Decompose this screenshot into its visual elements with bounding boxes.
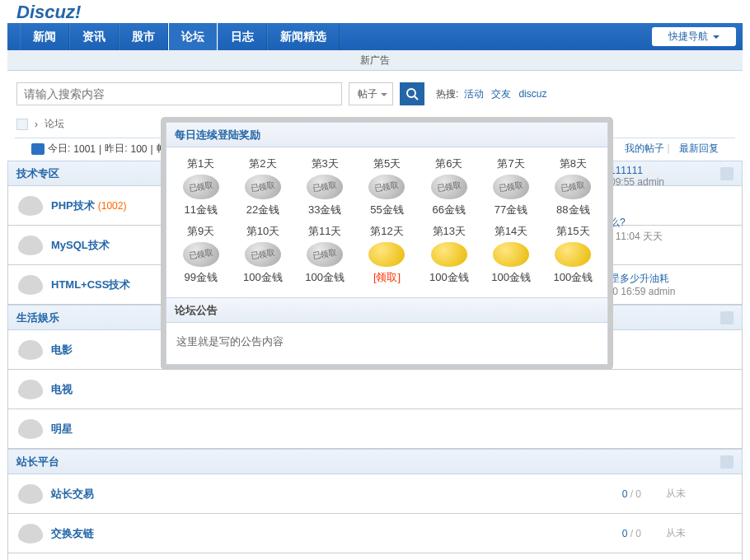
coin-icon bbox=[307, 175, 343, 199]
forum-name[interactable]: 电影 bbox=[51, 343, 73, 357]
nav-item-4[interactable]: 日志 bbox=[218, 23, 267, 50]
announce-body: 这里就是写的公告内容 bbox=[166, 323, 608, 365]
collapse-icon[interactable] bbox=[720, 167, 734, 180]
day-label: 第13天 bbox=[418, 224, 480, 239]
bubble-icon bbox=[18, 196, 43, 216]
search-bar: 帖子 热搜: 活动 交友 discuz bbox=[0, 71, 750, 114]
day-amount: 99金钱 bbox=[170, 270, 232, 285]
coin-icon bbox=[493, 242, 529, 267]
day-amount: 77金钱 bbox=[480, 203, 541, 217]
forum-name[interactable]: 站长交易 bbox=[51, 487, 94, 502]
day-cell-3: 第3天33金钱 bbox=[294, 154, 356, 220]
section-head[interactable]: 站长平台 bbox=[7, 449, 743, 474]
hot-link[interactable]: 交友 bbox=[491, 88, 511, 100]
day-amount: 100金钱 bbox=[232, 270, 293, 285]
coin-icon bbox=[555, 242, 591, 267]
collapse-icon[interactable] bbox=[720, 311, 734, 324]
forum-last: 从未 bbox=[666, 526, 732, 540]
day-cell-12: 第13天100金钱 bbox=[418, 222, 480, 287]
day-cell-13: 第14天100金钱 bbox=[480, 222, 541, 287]
day-amount: 66金钱 bbox=[418, 203, 480, 217]
nav-item-1[interactable]: 资讯 bbox=[69, 23, 119, 50]
chevron-down-icon bbox=[713, 35, 720, 42]
day-label: 第3天 bbox=[294, 156, 356, 171]
day-label: 第12天 bbox=[356, 224, 418, 239]
main-nav: 新闻资讯股市论坛日志新闻精选快捷导航 bbox=[7, 23, 743, 50]
day-cell-2: 第2天22金钱 bbox=[232, 154, 293, 220]
nav-item-2[interactable]: 股市 bbox=[119, 23, 168, 50]
day-label: 第14天 bbox=[480, 224, 541, 239]
day-cell-9: 第10天100金钱 bbox=[232, 222, 293, 287]
coin-icon bbox=[245, 175, 281, 199]
days-grid: 第1天11金钱第2天22金钱第3天33金钱第5天55金钱第6天66金钱第7天77… bbox=[166, 147, 608, 292]
nav-item-3[interactable]: 论坛 bbox=[168, 22, 218, 50]
nav-item-0[interactable]: 新闻 bbox=[20, 23, 69, 50]
search-input[interactable] bbox=[16, 82, 342, 105]
stats-sep: | bbox=[151, 143, 153, 155]
hot-link[interactable]: discuz bbox=[518, 88, 546, 100]
forum-name[interactable]: 电视 bbox=[51, 382, 73, 397]
stats-yest: 100 bbox=[131, 143, 148, 155]
home-icon[interactable] bbox=[16, 119, 28, 130]
bubble-icon bbox=[18, 524, 43, 544]
stats-yest-label: 昨日: bbox=[105, 142, 127, 156]
day-amount: 11金钱 bbox=[170, 203, 232, 217]
coin-icon bbox=[555, 175, 591, 199]
bubble-icon bbox=[18, 419, 43, 439]
announce-title: 论坛公告 bbox=[166, 297, 608, 323]
stats-link-0[interactable]: 我的帖子 bbox=[625, 142, 664, 154]
day-cell-11[interactable]: 第12天[领取] bbox=[356, 222, 418, 287]
search-button[interactable] bbox=[400, 82, 424, 105]
section-title: 技术专区 bbox=[16, 166, 59, 181]
day-amount: 100金钱 bbox=[294, 270, 356, 285]
forum-row[interactable]: 交换友链0 / 0从未 bbox=[7, 514, 743, 553]
day-amount: 100金钱 bbox=[542, 270, 604, 285]
coin-icon bbox=[183, 175, 219, 199]
coin-icon bbox=[368, 242, 405, 267]
forum-name[interactable]: PHP技术 bbox=[51, 198, 95, 213]
coin-icon bbox=[431, 175, 467, 199]
day-label: 第8天 bbox=[542, 156, 604, 171]
day-label: 第2天 bbox=[232, 156, 293, 171]
day-label: 第10天 bbox=[232, 224, 293, 239]
hot-link[interactable]: 活动 bbox=[464, 88, 484, 100]
search-icon bbox=[405, 87, 419, 100]
bubble-icon bbox=[18, 340, 43, 360]
collapse-icon[interactable] bbox=[720, 455, 734, 469]
forum-row[interactable]: 站长交易0 / 0从未 bbox=[7, 474, 743, 514]
day-cell-10: 第11天100金钱 bbox=[294, 222, 356, 287]
forum-row[interactable]: 明星 bbox=[7, 409, 743, 449]
coin-icon bbox=[307, 242, 343, 267]
day-label: 第5天 bbox=[356, 156, 418, 171]
quick-nav-button[interactable]: 快捷导航 bbox=[652, 27, 736, 46]
coin-icon bbox=[183, 242, 219, 267]
section-title: 生活娱乐 bbox=[16, 310, 59, 325]
stats-today: 1001 bbox=[73, 143, 96, 155]
day-label: 第1天 bbox=[170, 156, 232, 171]
day-amount: 88金钱 bbox=[542, 203, 604, 217]
search-type-dropdown[interactable]: 帖子 bbox=[349, 82, 393, 105]
day-cell-8: 第9天99金钱 bbox=[170, 222, 232, 287]
day-label: 第9天 bbox=[170, 224, 232, 239]
forum-name[interactable]: HTML+CSS技术 bbox=[51, 278, 130, 292]
forum-row[interactable]: 问题求助0 / 0从未 bbox=[7, 553, 743, 560]
coin-icon bbox=[245, 242, 281, 267]
stats-today-label: 今日: bbox=[48, 142, 70, 156]
day-amount: 33金钱 bbox=[294, 203, 356, 217]
day-amount[interactable]: [领取] bbox=[356, 270, 418, 285]
breadcrumb-item[interactable]: 论坛 bbox=[45, 117, 64, 131]
day-amount: 22金钱 bbox=[232, 203, 293, 217]
site-logo[interactable]: Discuz! bbox=[0, 0, 750, 23]
forum-row[interactable]: 电视 bbox=[7, 370, 743, 409]
nav-item-5[interactable]: 新闻精选 bbox=[267, 23, 340, 50]
forum-name[interactable]: MySQL技术 bbox=[51, 238, 110, 253]
day-cell-4: 第5天55金钱 bbox=[356, 154, 418, 220]
stats-link-1[interactable]: 最新回复 bbox=[679, 142, 719, 154]
forum-name[interactable]: 交换友链 bbox=[51, 526, 94, 541]
day-cell-6: 第7天77金钱 bbox=[480, 154, 541, 220]
day-cell-14: 第15天100金钱 bbox=[542, 222, 604, 287]
forum-name[interactable]: 明星 bbox=[51, 422, 73, 436]
bubble-icon bbox=[18, 380, 43, 399]
coin-icon bbox=[431, 242, 467, 267]
hot-search: 热搜: 活动 交友 discuz bbox=[436, 87, 549, 101]
